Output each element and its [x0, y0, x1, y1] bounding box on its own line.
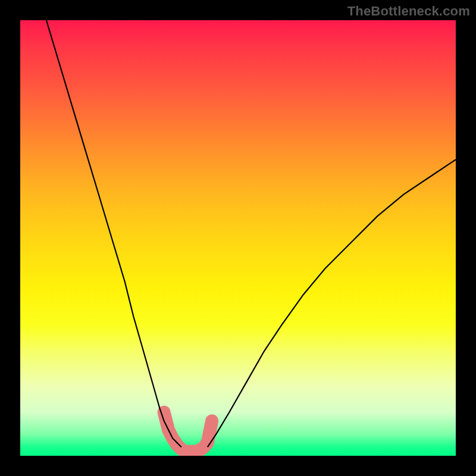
watermark-text: TheBottleneck.com [347, 4, 470, 19]
left-branch-path [46, 20, 181, 447]
chart-frame: TheBottleneck.com [0, 0, 476, 476]
curve-layer [20, 20, 456, 456]
sweet-spot-path [164, 412, 212, 452]
right-branch-path [208, 159, 456, 447]
plot-area [20, 20, 456, 456]
